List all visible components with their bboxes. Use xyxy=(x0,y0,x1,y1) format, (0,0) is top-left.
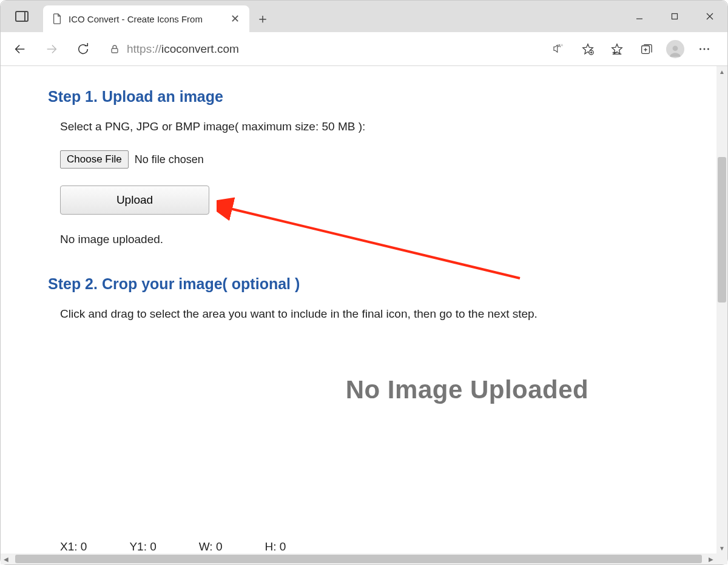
favorites-button[interactable] xyxy=(604,37,630,61)
browser-window: ICO Convert - Create Icons From ✕ ＋ http… xyxy=(0,0,728,565)
svg-text:A⁾⁾: A⁾⁾ xyxy=(558,43,563,48)
coord-h: H: 0 xyxy=(265,540,286,553)
refresh-button[interactable] xyxy=(70,37,96,61)
vertical-scrollbar[interactable]: ▲ ▼ xyxy=(716,66,727,553)
upload-button[interactable]: Upload xyxy=(60,186,209,215)
url-text: https://icoconvert.com xyxy=(127,42,239,56)
choose-file-button[interactable]: Choose File xyxy=(60,150,129,169)
scroll-right-icon[interactable]: ▶ xyxy=(706,553,716,564)
coord-w: W: 0 xyxy=(199,540,223,553)
step2-instruction: Click and drag to select the area you wa… xyxy=(60,307,716,321)
horizontal-scrollbar[interactable]: ◀ ▶ xyxy=(1,553,716,564)
tab-actions-icon xyxy=(15,11,29,22)
close-tab-icon[interactable]: ✕ xyxy=(229,12,241,25)
crop-coords: X1: 0 Y1: 0 W: 0 H: 0 xyxy=(60,540,286,553)
address-bar[interactable]: https://icoconvert.com xyxy=(101,37,541,61)
window-controls xyxy=(622,1,727,32)
step1-heading: Step 1. Upload an image xyxy=(48,88,716,105)
viewport: Step 1. Upload an image Select a PNG, JP… xyxy=(1,66,727,564)
step2-section: Step 2. Crop your image( optional ) Clic… xyxy=(60,275,716,404)
forward-button[interactable] xyxy=(38,37,65,61)
page-content: Step 1. Upload an image Select a PNG, JP… xyxy=(1,66,716,553)
step2-heading: Step 2. Crop your image( optional ) xyxy=(48,275,716,293)
scroll-corner xyxy=(716,553,727,564)
coord-x1: X1: 0 xyxy=(60,540,87,553)
toolbar: https://icoconvert.com A⁾⁾ xyxy=(1,32,727,66)
upload-status: No image uploaded. xyxy=(60,233,716,246)
profile-button[interactable] xyxy=(662,37,689,61)
scroll-up-icon[interactable]: ▲ xyxy=(716,66,727,77)
read-aloud-button[interactable]: A⁾⁾ xyxy=(545,37,572,61)
maximize-button[interactable] xyxy=(657,1,692,32)
step1-instruction: Select a PNG, JPG or BMP image( maximum … xyxy=(60,120,716,133)
add-favorite-button[interactable] xyxy=(575,37,601,61)
coord-y1: Y1: 0 xyxy=(129,540,156,553)
page-icon xyxy=(52,13,62,24)
tab-actions-button[interactable] xyxy=(1,1,43,32)
lock-icon xyxy=(110,44,120,54)
svg-point-21 xyxy=(707,48,709,50)
svg-point-20 xyxy=(704,48,706,50)
close-window-button[interactable] xyxy=(692,1,727,32)
minimize-button[interactable] xyxy=(622,1,657,32)
svg-rect-6 xyxy=(112,48,118,53)
new-tab-button[interactable]: ＋ xyxy=(249,5,276,32)
vertical-scroll-thumb[interactable] xyxy=(718,157,726,303)
svg-point-19 xyxy=(699,48,701,50)
file-chosen-text: No file chosen xyxy=(135,153,204,166)
more-button[interactable] xyxy=(691,37,718,61)
horizontal-scroll-thumb[interactable] xyxy=(15,555,702,563)
toolbar-right: A⁾⁾ xyxy=(545,37,721,61)
scroll-down-icon[interactable]: ▼ xyxy=(716,543,727,553)
collections-button[interactable] xyxy=(633,37,659,61)
avatar-icon xyxy=(666,40,684,58)
scroll-left-icon[interactable]: ◀ xyxy=(1,553,12,564)
titlebar: ICO Convert - Create Icons From ✕ ＋ xyxy=(1,1,727,32)
svg-point-18 xyxy=(673,45,678,51)
browser-tab[interactable]: ICO Convert - Create Icons From ✕ xyxy=(43,5,249,32)
file-input-row: Choose File No file chosen xyxy=(60,150,716,169)
svg-rect-1 xyxy=(672,14,678,19)
crop-placeholder: No Image Uploaded xyxy=(218,375,716,404)
tab-title: ICO Convert - Create Icons From xyxy=(69,14,203,24)
back-button[interactable] xyxy=(7,37,33,61)
upload-row: Upload xyxy=(60,186,716,215)
